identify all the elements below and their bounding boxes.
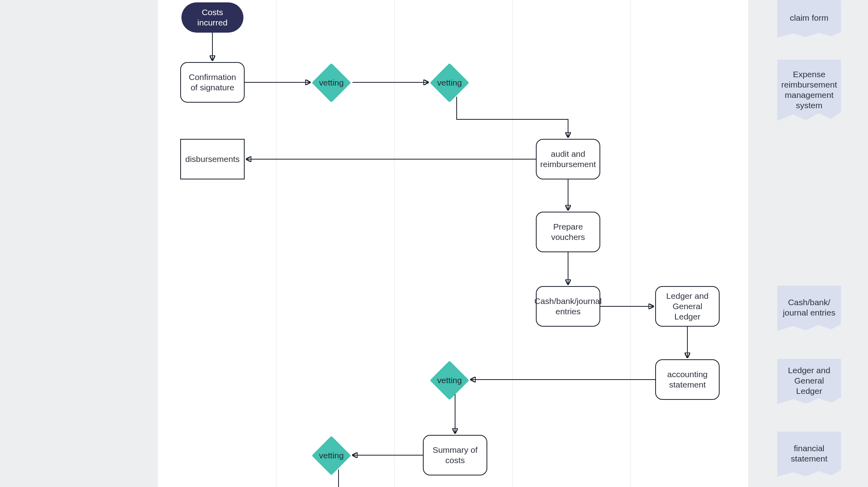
doc-cash-bank-journal[interactable]: Cash/bank/ journal entries: [777, 286, 841, 333]
node-vetting-1[interactable]: vetting: [317, 69, 345, 97]
node-vetting-2[interactable]: vetting: [436, 69, 463, 97]
doc-label: claim form: [790, 13, 829, 23]
node-cash-bank-journal[interactable]: Cash/bank/journal entries: [536, 286, 600, 327]
node-label: vetting: [436, 69, 463, 97]
node-disbursements[interactable]: disbursements: [180, 139, 245, 179]
node-accounting-statement[interactable]: accounting statement: [655, 359, 720, 400]
doc-ledger-gl[interactable]: Ledger and General Ledger: [777, 359, 841, 406]
node-label: Cash/bank/journal entries: [534, 296, 601, 317]
node-label: Confirmation of signature: [187, 72, 238, 93]
node-summary-of-costs[interactable]: Summary of costs: [423, 435, 487, 475]
doc-claim-form[interactable]: claim form: [777, 0, 841, 39]
node-audit-reimbursement[interactable]: audit and reimbursement: [536, 139, 600, 179]
node-label: vetting: [436, 366, 463, 394]
doc-label: Ledger and General Ledger: [781, 365, 837, 397]
doc-financial-statement[interactable]: financial statement: [777, 432, 841, 479]
node-label: accounting statement: [662, 369, 713, 390]
node-label: Ledger and General Ledger: [662, 291, 713, 322]
doc-erms[interactable]: Expense reimbursement management system: [777, 60, 841, 123]
node-costs-incurred[interactable]: Costs incurred: [181, 2, 243, 33]
doc-label: financial statement: [781, 443, 837, 464]
node-label: Summary of costs: [429, 445, 481, 466]
node-prepare-vouchers[interactable]: Prepare vouchers: [536, 212, 600, 252]
node-confirmation-signature[interactable]: Confirmation of signature: [180, 62, 245, 103]
node-label: Costs incurred: [187, 7, 238, 28]
node-ledger-gl[interactable]: Ledger and General Ledger: [655, 286, 720, 327]
node-vetting-3[interactable]: vetting: [436, 366, 463, 394]
node-label: Prepare vouchers: [542, 222, 594, 243]
node-vetting-4[interactable]: vetting: [317, 442, 345, 469]
doc-label: Cash/bank/ journal entries: [781, 297, 837, 318]
node-label: disbursements: [185, 154, 240, 164]
node-label: vetting: [317, 69, 345, 97]
doc-label: Expense reimbursement management system: [781, 69, 837, 111]
node-label: audit and reimbursement: [540, 149, 596, 170]
node-label: vetting: [317, 442, 345, 469]
